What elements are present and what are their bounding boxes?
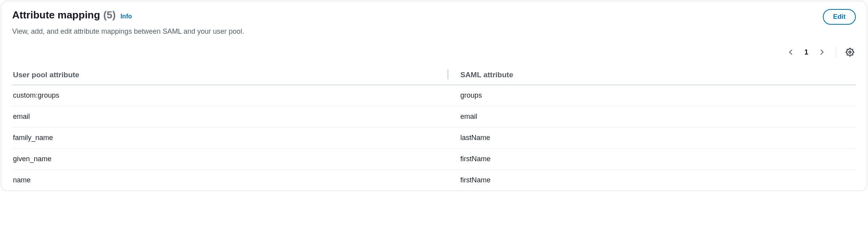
table-row: family_name lastName bbox=[12, 127, 856, 149]
column-header-user-pool[interactable]: User pool attribute bbox=[12, 66, 451, 85]
svg-point-0 bbox=[849, 51, 851, 53]
divider bbox=[836, 47, 836, 58]
pagination: 1 bbox=[12, 46, 856, 58]
cell-saml: lastName bbox=[451, 127, 856, 149]
cell-saml: firstName bbox=[451, 149, 856, 170]
table-settings-button[interactable] bbox=[844, 46, 856, 58]
panel-title: Attribute mapping bbox=[12, 9, 100, 21]
gear-icon bbox=[846, 48, 854, 56]
table-row: email email bbox=[12, 106, 856, 127]
cell-saml: firstName bbox=[451, 170, 856, 191]
table-row: name firstName bbox=[12, 170, 856, 191]
cell-user-pool: email bbox=[12, 106, 451, 127]
next-page-button[interactable] bbox=[816, 46, 828, 58]
table-row: given_name firstName bbox=[12, 149, 856, 170]
edit-button[interactable]: Edit bbox=[823, 9, 856, 25]
panel-description: View, add, and edit attribute mappings b… bbox=[12, 26, 856, 37]
panel-count: (5) bbox=[103, 9, 116, 21]
cell-user-pool: name bbox=[12, 170, 451, 191]
column-header-saml[interactable]: SAML attribute bbox=[451, 66, 856, 85]
attribute-mapping-panel: Attribute mapping (5) Info Edit View, ad… bbox=[1, 1, 867, 191]
prev-page-button[interactable] bbox=[785, 46, 797, 58]
info-link[interactable]: Info bbox=[121, 13, 132, 20]
table-row: custom:groups groups bbox=[12, 85, 856, 106]
panel-header: Attribute mapping (5) Info Edit bbox=[12, 9, 856, 25]
page-number: 1 bbox=[803, 48, 810, 56]
chevron-right-icon bbox=[818, 48, 826, 56]
cell-user-pool: given_name bbox=[12, 149, 451, 170]
chevron-left-icon bbox=[786, 48, 795, 56]
title-block: Attribute mapping (5) Info bbox=[12, 9, 132, 21]
cell-user-pool: custom:groups bbox=[12, 85, 451, 106]
cell-user-pool: family_name bbox=[12, 127, 451, 149]
attribute-table: User pool attribute SAML attribute custo… bbox=[12, 66, 856, 191]
cell-saml: email bbox=[451, 106, 856, 127]
cell-saml: groups bbox=[451, 85, 856, 106]
